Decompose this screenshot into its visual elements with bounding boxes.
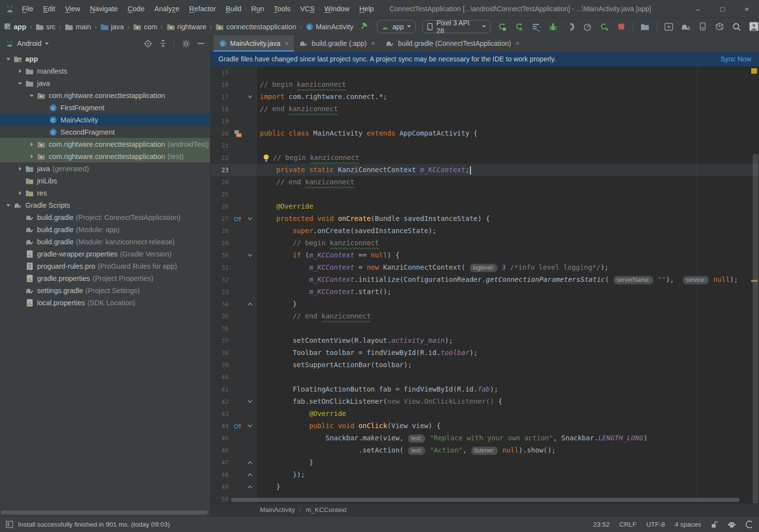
tree-item-settings-gradle-project-settings[interactable]: settings.gradle(Project Settings) [0,284,210,296]
code-line-41[interactable]: 41 FloatingActionButton fab = findViewBy… [211,383,759,395]
project-structure-icon[interactable] [640,21,650,32]
menu-file[interactable]: File [17,0,38,18]
code-line-21[interactable]: 21 [211,139,759,152]
tree-chevron-icon[interactable] [16,189,24,197]
code-line-25[interactable]: 25 [211,188,759,200]
code-line-27[interactable]: 27 protected void onCreate(Bundle savedI… [211,213,759,225]
tree-item-app[interactable]: app [0,53,210,65]
tree-item-local-properties-sdk-location[interactable]: local.properties(SDK Location) [0,296,210,309]
code-line-20[interactable]: 20<>public class MainActivity extends Ap… [211,127,759,139]
sync-now-link[interactable]: Sync Now [720,55,751,63]
gear-icon[interactable] [182,39,190,48]
code-line-39[interactable]: 39 setSupportActionBar(toolbar); [211,359,759,371]
menu-refactor[interactable]: Refactor [184,0,221,18]
tree-item-com-rightware-connecttestapplication-androidtest[interactable]: com.rightware.connecttestapplication(and… [0,138,210,150]
breadcrumb-item-connecttestapplication[interactable]: connecttestapplication [215,23,296,31]
tree-item-build-gradle-module-kanziconnect-release[interactable]: build.gradle(Module: kanziconnect-releas… [0,236,210,248]
layout-association-icon[interactable]: <> [230,127,245,139]
breadcrumb-item-mainactivity[interactable]: CMainActivity [306,23,353,31]
select-opened-file-icon[interactable] [144,39,152,48]
menu-tools[interactable]: Tools [269,0,295,18]
project-view-selector[interactable]: Android [17,39,41,47]
maximize-button[interactable]: □ [710,0,735,18]
code-line-26[interactable]: 26 @Override [211,200,759,213]
code-line-43[interactable]: 43 @Override [211,408,759,420]
tree-item-manifests[interactable]: manifests [0,65,210,77]
tree-item-res[interactable]: res [0,187,210,199]
code-line-17[interactable]: 17import com.rightware.connect.*; [211,91,759,103]
menu-analyze[interactable]: Analyze [150,0,185,18]
tree-chevron-icon[interactable] [27,140,36,148]
fold-close-icon[interactable] [245,298,255,310]
tree-chevron-icon[interactable] [16,67,24,75]
status-utf-8[interactable]: UTF-8 [646,521,665,528]
sdk-manager-icon[interactable] [715,21,725,32]
tree-item-com-rightware-connecttestapplication-test[interactable]: com.rightware.connecttestapplication(tes… [0,150,210,162]
menu-help[interactable]: Help [354,0,379,18]
breadcrumb-class[interactable]: MainActivity [260,506,295,513]
tree-item-gradle-wrapper-properties-gradle-version[interactable]: gradle-wrapper.properties(Gradle Version… [0,248,210,260]
fold-open-icon[interactable] [245,420,255,432]
editor-horizontal-scrollbar[interactable] [231,498,740,502]
code-line-22[interactable]: 22// begin kanziconnect [211,152,759,164]
code-line-46[interactable]: 46 .setAction( text: "Action", listener:… [211,444,759,456]
code-line-30[interactable]: 30 if (m_KCContext == null) { [211,249,759,261]
tree-item-secondfragment[interactable]: CSecondFragment [0,126,210,138]
code-line-45[interactable]: 45 Snackbar.make(view, text: "Replace wi… [211,432,759,444]
tree-item-java-generated[interactable]: java(generated) [0,162,210,175]
code-line-40[interactable]: 40 [211,371,759,383]
tree-chevron-icon[interactable] [27,92,36,99]
fold-close-icon[interactable] [245,481,255,493]
tab-close-icon[interactable]: × [371,39,375,47]
tree-item-mainactivity[interactable]: CMainActivity [0,114,210,126]
lightbulb-icon[interactable] [263,154,270,162]
inspection-status-indicator[interactable] [751,68,757,74]
tab-build-gradle-app[interactable]: build.gradle (:app)× [294,35,380,52]
emulator-icon[interactable] [728,521,736,528]
menu-navigate[interactable]: Navigate [85,0,123,18]
code-editor[interactable]: 1516// begin kanziconnect17import com.ri… [211,66,759,503]
device-manager-icon[interactable] [698,21,708,32]
close-button[interactable]: × [735,0,759,18]
code-line-19[interactable]: 19 [211,115,759,127]
tree-item-com-rightware-connecttestapplication[interactable]: com.rightware.connecttestapplication [0,89,210,101]
code-line-34[interactable]: 34 } [211,298,759,310]
window-layout-icon[interactable] [6,521,13,528]
attach-debugger-icon[interactable] [565,21,576,32]
code-line-37[interactable]: 37 setContentView(R.layout.activity_main… [211,335,759,347]
breadcrumb-item-rightware[interactable]: rightware [167,23,207,31]
device-selector[interactable]: Pixel 3 API 28 [422,20,490,33]
status-23-52[interactable]: 23:52 [593,521,610,528]
tree-item-build-gradle-project-connecttestapplication[interactable]: build.gradle(Project: ConnectTestApplica… [0,211,210,223]
fold-close-icon[interactable] [245,469,255,481]
debug-icon[interactable] [548,21,559,32]
code-line-48[interactable]: 48 }); [211,469,759,481]
tree-chevron-icon[interactable] [4,201,12,209]
tree-item-gradle-scripts[interactable]: Gradle Scripts [0,199,210,211]
search-icon[interactable] [731,21,742,32]
code-line-44[interactable]: 44 public void onClick(View view) { [211,420,759,432]
tree-item-java[interactable]: java [0,77,210,89]
code-line-49[interactable]: 49 } [211,481,759,493]
breadcrumb-item-app[interactable]: app [4,23,26,31]
apply-code-changes-icon[interactable]: A [514,21,525,32]
hide-panel-icon[interactable] [197,42,204,44]
tree-item-proguard-rules-pro-proguard-rules-for-app[interactable]: proguard-rules.pro(ProGuard Rules for ap… [0,260,210,272]
code-line-42[interactable]: 42 fab.setOnClickListener(new View.OnCli… [211,395,759,408]
status-message[interactable]: Install successfully finished in 901 ms.… [18,521,170,528]
tree-chevron-icon[interactable] [4,55,12,63]
code-line-18[interactable]: 18// end kanziconnect [211,103,759,115]
profile-icon[interactable] [582,21,593,32]
run-configuration-selector[interactable]: app [377,20,416,33]
fold-open-icon[interactable] [245,395,255,408]
notifications-icon[interactable] [745,520,753,528]
tab-mainactivity-java[interactable]: CMainActivity.java× [214,35,294,52]
fold-open-icon[interactable] [245,213,255,225]
tree-item-gradle-properties-project-properties[interactable]: gradle.properties(Project Properties) [0,272,210,284]
warning-stripe-mark[interactable] [751,280,758,282]
code-line-16[interactable]: 16// begin kanziconnect [211,79,759,91]
code-line-24[interactable]: 24 // end kanziconnect [211,176,759,188]
menu-code[interactable]: Code [123,0,150,18]
menu-view[interactable]: View [60,0,85,18]
menu-build[interactable]: Build [221,0,246,18]
